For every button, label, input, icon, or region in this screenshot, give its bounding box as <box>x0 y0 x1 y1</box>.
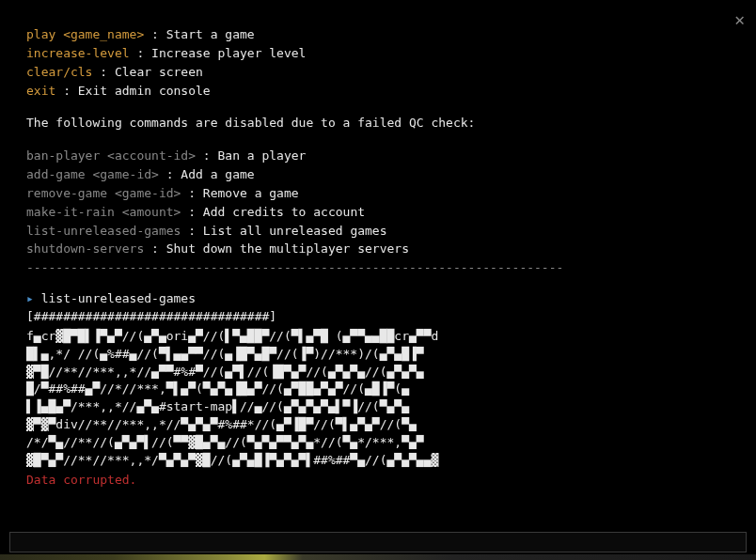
command-description: : Add credits to account <box>181 205 365 219</box>
close-icon[interactable]: ✕ <box>734 8 745 32</box>
command-name: make-it-rain <amount> <box>26 205 181 219</box>
prompt-command: list-unreleased-games <box>41 291 196 305</box>
command-description: : Start a game <box>144 27 254 41</box>
bottom-decoration <box>0 554 756 560</box>
command-name: clear/cls <box>26 65 92 79</box>
glitch-line: ▓▀█//**//***,,*//▄▀▀#%#▀//(▄▀▌//(▐█▀▄▀//… <box>26 364 730 381</box>
prompt-arrow-icon: ▸ <box>26 291 41 305</box>
command-description: : Shut down the multiplayer servers <box>144 241 409 256</box>
disabled-command-help-line: shutdown-servers : Shut down the multipl… <box>26 241 730 258</box>
glitch-line: █/▀##%##▄▀//*//***,▀▌▄▀(▀▄▀▄▐█▄▀//(▄▀██▄… <box>26 381 730 398</box>
command-description: : Ban a player <box>196 148 306 163</box>
command-name: shutdown-servers <box>26 241 144 256</box>
command-help-line: clear/cls : Clear screen <box>26 64 730 82</box>
divider: ----------------------------------------… <box>26 259 730 277</box>
glitch-line: f▄cr▓█▀█▌▐▀▄▀//(▄▀▄ori▄▀//(▌▀▄██▀//(▀▌▄▀… <box>26 328 730 346</box>
command-name: ban-player <account-id> <box>26 148 196 163</box>
glitch-line: ▓█▀▄▀//**//***,,*/▀▄▀▄▀▓█//(▄▀▄█▐▀▄▀▄▀▌#… <box>26 452 730 470</box>
disabled-command-help-line: ban-player <account-id> : Ban a player <box>26 148 730 165</box>
command-name: increase-level <box>26 46 130 60</box>
progress-bar: [################################] <box>26 308 730 326</box>
glitch-line: ▓▀▓▀div//**//***,,*//▀▄▀▄▀#%##*//(▄▀▐█▀/… <box>26 416 730 434</box>
glitch-line: ▌▐▄█▄▀/***,,*//▄▀▄#start-map▌//▄//(▄▀▄▀▄… <box>26 398 730 416</box>
command-name: exit <box>26 84 55 98</box>
disabled-notice: The following commands are disabled due … <box>26 115 730 132</box>
glitch-line: /*/▀▄//**//(▄▀▄▀▌//(▀▀▓█▄▀▄//(▀▄▀▄▀▀▄▀▄*… <box>26 434 730 452</box>
disabled-command-help-line: list-unreleased-games : List all unrelea… <box>26 223 730 241</box>
disabled-command-help-line: remove-game <game-id> : Remove a game <box>26 185 730 203</box>
command-description: : Exit admin console <box>55 84 210 98</box>
command-description: : Clear screen <box>92 65 202 79</box>
disabled-command-help-line: make-it-rain <amount> : Add credits to a… <box>26 204 730 222</box>
command-name: add-game <game-id> <box>26 167 159 181</box>
prompt-line: ▸ list-unreleased-games <box>26 290 730 308</box>
disabled-command-help-line: add-game <game-id> : Add a game <box>26 166 730 184</box>
command-description: : Increase player level <box>130 46 307 60</box>
terminal-output: play <game_name> : Start a gameincrease-… <box>0 0 756 522</box>
command-help-line: increase-level : Increase player level <box>26 45 730 63</box>
command-name: list-unreleased-games <box>26 224 181 238</box>
command-name: play <game_name> <box>26 27 144 41</box>
command-description: : List all unreleased games <box>181 224 386 238</box>
command-description: : Add a game <box>159 167 255 181</box>
command-description: : Remove a game <box>181 186 298 200</box>
error-message: Data corrupted. <box>26 472 730 490</box>
command-name: remove-game <game-id> <box>26 186 181 200</box>
glitch-output: f▄cr▓█▀█▌▐▀▄▀//(▄▀▄ori▄▀//(▌▀▄██▀//(▀▌▄▀… <box>26 328 730 470</box>
command-help-line: play <game_name> : Start a game <box>26 26 730 44</box>
command-help-line: exit : Exit admin console <box>26 83 730 101</box>
glitch-line: █▌▄,*/ //(▄%##▄//(▀▌▄▄▀▀//(▄▐█▀▄█▀//(▐▀)… <box>26 346 730 364</box>
command-input[interactable] <box>9 532 747 552</box>
